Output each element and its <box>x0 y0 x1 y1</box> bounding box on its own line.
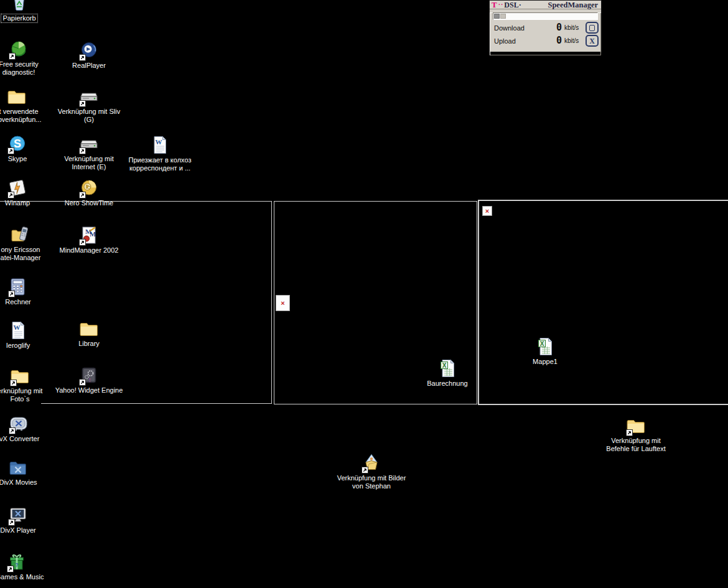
restore-window-button[interactable] <box>586 22 599 34</box>
frame-right-border <box>478 200 728 201</box>
desktop-icon-verknuepfung-mit-bilder-von-stephan[interactable]: Verknüpfung mit Bildervon Stephan <box>334 453 409 490</box>
icon-label: Verknüpfung mit Sliv(G) <box>52 108 126 124</box>
drive-icon <box>78 134 100 154</box>
shortcut-arrow-icon <box>362 467 368 474</box>
frame-middle-border <box>274 201 274 404</box>
icon-label: Verknüpfung mitInternet (E) <box>52 155 126 171</box>
close-icon: X <box>589 38 595 44</box>
upload-row: Upload 0 kbit/s X <box>490 34 601 47</box>
shortcut-arrow-icon <box>79 379 86 386</box>
icon-label: DivX Movies <box>0 478 55 487</box>
desktop-icon-nicht-verwendete-desktopverknuepfungen[interactable]: ht verwendetetopverknüpfun... <box>0 86 54 124</box>
speed-progressbar <box>493 12 598 20</box>
icon-label: Baurechnung <box>410 380 485 388</box>
photo-folder-icon <box>360 453 383 473</box>
desktop[interactable]: T··DSL· SpeedManager Download 0 kbit/s U… <box>0 0 728 588</box>
icon-label: Rechner <box>0 298 55 306</box>
excel-doc-icon: X <box>436 358 459 378</box>
svg-text:!: ! <box>89 378 91 383</box>
shortcut-arrow-icon <box>7 566 14 572</box>
desktop-icon-mappe1[interactable]: XMappe1 <box>508 337 582 366</box>
icon-label: DivX Player <box>0 526 55 534</box>
speedmanager-title: SpeedManager <box>548 1 598 9</box>
desktop-icon-rechner[interactable]: Rechner <box>0 277 55 306</box>
shortcut-arrow-icon <box>8 519 15 526</box>
svg-text:S: S <box>14 138 21 150</box>
bar-segment-icon <box>500 14 506 19</box>
nero-disc-icon <box>78 178 100 198</box>
upload-label: Upload <box>494 37 530 45</box>
desktop-icon-realplayer[interactable]: RealPlayer <box>52 40 126 70</box>
desktop-icon-verknuepfung-mit-internet-e[interactable]: Verknüpfung mitInternet (E) <box>52 134 126 171</box>
desktop-icon-skype[interactable]: SSkype <box>0 134 55 163</box>
icon-label: Winamp <box>0 199 55 207</box>
desktop-icon-free-games-and-music[interactable]: ?e Games & Music <box>0 552 54 581</box>
frame-middle-close-button[interactable]: × <box>276 295 290 311</box>
icon-label: Приезжает в колхозкорреспондент и ... <box>123 156 197 172</box>
desktop-icon-yahoo-widget-engine[interactable]: !Yahoo! Widget Engine <box>52 365 126 394</box>
shortcut-arrow-icon <box>9 53 16 60</box>
icon-label: ivX Converter <box>0 435 56 443</box>
desktop-icon-mindmanager-2002[interactable]: MMMindManager 2002 <box>52 225 126 254</box>
desktop-icon-nero-showtime[interactable]: Nero ShowTime <box>52 178 126 207</box>
frame-right-border <box>478 200 479 405</box>
icon-label: ony Ericssonatei-Manager <box>0 246 58 262</box>
word-doc-icon: W <box>149 135 171 155</box>
excel-doc-icon: X <box>534 337 556 357</box>
desktop-icon-divx-converter[interactable]: ivX Converter <box>0 414 56 443</box>
desktop-icon-sony-ericsson-datei-manager[interactable]: ony Ericssonatei-Manager <box>0 225 58 262</box>
frame-left-border <box>0 201 272 202</box>
desktop-icon-papierkorb[interactable]: Papierkorb <box>0 0 57 23</box>
desktop-icon-baurechnung[interactable]: XBaurechnung <box>410 358 485 388</box>
icon-label: Free securitydiagnostic! <box>0 60 56 77</box>
svg-text:W: W <box>14 324 21 331</box>
calculator-icon <box>7 277 29 297</box>
icon-label: e Games & Music <box>0 573 54 581</box>
folder-icon <box>625 416 647 436</box>
desktop-icon-divx-movies[interactable]: DivX Movies <box>0 457 55 487</box>
divx-folder-icon <box>7 457 29 477</box>
shortcut-arrow-icon <box>7 147 14 154</box>
icon-label: Yahoo! Widget Engine <box>52 386 126 394</box>
svg-text:X: X <box>442 362 447 369</box>
shortcut-arrow-icon <box>79 192 86 198</box>
close-button[interactable]: X <box>586 35 599 47</box>
close-x-icon: × <box>281 300 284 307</box>
desktop-icon-verknuepfung-mit-fotos[interactable]: erknüpfung mitFoto`s <box>0 366 57 403</box>
icon-label: Ieroglify <box>0 342 55 350</box>
speedmanager-window: T··DSL· SpeedManager Download 0 kbit/s U… <box>489 0 602 52</box>
icon-label: Nero ShowTime <box>52 199 126 207</box>
winamp-icon <box>6 178 29 198</box>
mindmanager-icon: MM <box>78 225 100 245</box>
recycle-bin-icon <box>8 0 30 12</box>
upload-unit: kbit/s <box>564 37 586 44</box>
desktop-icon-divx-player[interactable]: DivX Player <box>0 505 55 534</box>
desktop-icon-verknuepfung-mit-sliv-g[interactable]: Verknüpfung mit Sliv(G) <box>52 86 126 124</box>
shortcut-arrow-icon <box>79 100 86 107</box>
upload-value: 0 <box>556 36 562 45</box>
realplayer-icon <box>78 40 100 60</box>
icon-label: MindManager 2002 <box>52 246 126 254</box>
folder-icon <box>78 319 100 338</box>
desktop-icon-winamp[interactable]: Winamp <box>0 178 55 207</box>
download-label: Download <box>494 24 530 32</box>
desktop-icon-russian-word-doc[interactable]: WПриезжает в колхозкорреспондент и ... <box>123 135 197 172</box>
frame-right-border <box>478 404 728 405</box>
shortcut-arrow-icon <box>626 429 633 436</box>
phone-folder-icon <box>9 225 32 245</box>
desktop-icon-verknuepfung-mit-befehle-fuer-lauftext[interactable]: Verknüpfung mitBefehle für Lauftext <box>599 416 673 453</box>
svg-text:?: ? <box>15 562 19 568</box>
icon-label: Verknüpfung mitBefehle für Lauftext <box>599 437 673 453</box>
svg-text:X: X <box>540 340 544 347</box>
svg-text:W: W <box>156 138 162 146</box>
desktop-icon-free-security-diagnostic[interactable]: Free securitydiagnostic! <box>0 39 56 77</box>
icon-label: erknüpfung mitFoto`s <box>0 387 57 403</box>
telekom-dsl-logo: T··DSL· <box>492 1 521 9</box>
divx-monitor-icon <box>7 505 29 525</box>
speedmanager-titlebar[interactable]: T··DSL· SpeedManager <box>490 1 601 9</box>
folder-icon <box>6 86 28 106</box>
desktop-icon-ieroglify[interactable]: WIeroglify <box>0 320 55 350</box>
frame-right-close-button[interactable]: × <box>482 206 492 216</box>
desktop-icon-library[interactable]: Library <box>52 319 126 348</box>
close-x-icon: × <box>485 208 489 215</box>
